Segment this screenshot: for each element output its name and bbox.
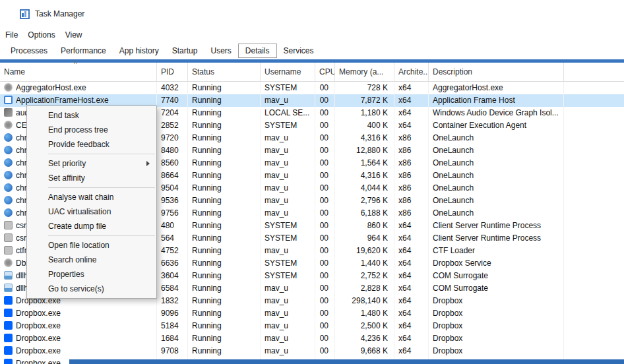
column-header-arch[interactable]: Archite... xyxy=(394,63,429,81)
cell-username: mav_u xyxy=(261,295,315,307)
cell-status: Running xyxy=(188,157,261,169)
cell-cpu: 00 xyxy=(315,107,335,119)
tab-performance[interactable]: Performance xyxy=(54,44,113,57)
process-icon xyxy=(4,121,13,129)
cell-cpu: 00 xyxy=(315,257,335,270)
cell-arch: x64 xyxy=(394,245,429,257)
menu-separator xyxy=(48,235,155,236)
process-name: Dropbox.exe xyxy=(16,321,61,330)
cell-status: Running xyxy=(188,119,261,132)
menu-item-search-online[interactable]: Search online xyxy=(27,253,156,267)
cell-cpu: 00 xyxy=(315,195,335,207)
process-icon xyxy=(4,334,13,342)
menu-item-open-file-location[interactable]: Open file location xyxy=(27,238,156,253)
process-icon xyxy=(4,208,13,217)
cell-description: COM Surrogate xyxy=(429,282,564,295)
column-header-username[interactable]: Username xyxy=(261,63,315,81)
process-icon xyxy=(4,359,13,364)
cell-status: Running xyxy=(188,195,261,207)
cell-description: COM Surrogate xyxy=(429,270,564,282)
cell-memory: 1,180 K xyxy=(335,107,394,119)
menu-view[interactable]: View xyxy=(65,30,82,40)
menu-separator xyxy=(48,187,155,188)
cell-username: mav_u xyxy=(261,157,315,169)
cell-username: mav_u xyxy=(261,307,315,320)
cell-cpu: 00 xyxy=(315,144,335,157)
column-header-cpu[interactable]: CPU xyxy=(315,63,335,81)
tab-users[interactable]: Users xyxy=(204,44,237,57)
menu-item-set-priority[interactable]: Set priority xyxy=(27,156,156,171)
cell-name: Dropbox.exe xyxy=(0,332,157,345)
menu-item-uac-virtualisation[interactable]: UAC virtualisation xyxy=(27,204,156,219)
tab-details[interactable]: Details xyxy=(238,44,277,58)
cell-username: mav_u xyxy=(261,182,315,195)
window-title: Task Manager xyxy=(35,9,84,18)
cell-pid: 9504 xyxy=(157,182,188,195)
menu-item-analyse-wait-chain[interactable]: Analyse wait chain xyxy=(27,190,156,204)
cell-cpu: 00 xyxy=(315,157,335,169)
table-row[interactable]: AggregatorHost.exe4032RunningSYSTEM00728… xyxy=(0,82,624,94)
column-header-status[interactable]: Status xyxy=(188,63,261,81)
tab-services[interactable]: Services xyxy=(277,44,321,57)
cell-name: AggregatorHost.exe xyxy=(0,82,157,94)
cell-cpu: 00 xyxy=(315,307,335,320)
process-icon xyxy=(4,108,13,117)
cell-status: Running xyxy=(188,232,261,245)
cell-arch: x86 xyxy=(394,182,429,195)
cell-description: Client Server Runtime Process xyxy=(429,220,564,232)
cell-username: mav_u xyxy=(261,169,315,182)
cell-memory: 7,872 K xyxy=(335,94,394,107)
tab-app-history[interactable]: App history xyxy=(113,44,166,57)
cell-cpu: 00 xyxy=(315,119,335,132)
menu-options[interactable]: Options xyxy=(28,30,55,40)
cell-description: Client Server Runtime Process xyxy=(429,232,564,245)
column-header-pid[interactable]: PID xyxy=(157,63,188,81)
process-name: Dropbox.exe xyxy=(16,309,61,318)
menu-item-end-task[interactable]: End task xyxy=(27,108,156,123)
process-name: Dropbox.exe xyxy=(16,359,61,364)
cell-description: Dropbox xyxy=(429,307,564,320)
cell-memory: 4,044 K xyxy=(335,182,394,195)
cell-cpu: 00 xyxy=(315,82,335,94)
column-header-name[interactable]: Name xyxy=(0,63,157,81)
column-header-description[interactable]: Description xyxy=(429,63,564,81)
menu-bar: FileOptionsView xyxy=(0,28,624,42)
cell-pid: 9536 xyxy=(157,195,188,207)
tab-startup[interactable]: Startup xyxy=(166,44,204,57)
process-name: Dropbox.exe xyxy=(16,346,61,355)
cell-pid: 5184 xyxy=(157,320,188,332)
table-row[interactable]: Dropbox.exe9708Runningmav_u009,668 Kx64D… xyxy=(0,345,624,357)
menu-item-create-dump-file[interactable]: Create dump file xyxy=(27,219,156,233)
cell-pid: 3604 xyxy=(157,270,188,282)
cell-status: Running xyxy=(188,270,261,282)
menu-file[interactable]: File xyxy=(5,30,18,40)
cell-status: Running xyxy=(188,295,261,307)
cell-memory: 9,668 K xyxy=(335,345,394,357)
cell-arch: x64 xyxy=(394,232,429,245)
menu-item-go-to-service-s[interactable]: Go to service(s) xyxy=(27,282,156,296)
cell-memory: 964 K xyxy=(335,232,394,245)
cell-status: Running xyxy=(188,245,261,257)
menu-item-end-process-tree[interactable]: End process tree xyxy=(27,123,156,137)
cell-arch: x64 xyxy=(394,320,429,332)
process-icon xyxy=(4,158,13,167)
tab-processes[interactable]: Processes xyxy=(4,44,54,57)
cell-pid: 1832 xyxy=(157,295,188,307)
process-name: ApplicationFrameHost.exe xyxy=(16,96,109,105)
menu-item-provide-feedback[interactable]: Provide feedback xyxy=(27,137,156,152)
table-row[interactable]: Dropbox.exe9096Runningmav_u001,480 Kx64D… xyxy=(0,307,624,320)
menu-item-set-affinity[interactable]: Set affinity xyxy=(27,171,156,185)
process-icon xyxy=(4,233,13,242)
process-icon xyxy=(4,133,13,142)
table-row[interactable]: Dropbox.exe1684Runningmav_u004,236 Kx64D… xyxy=(0,332,624,345)
table-row[interactable]: Dropbox.exe5184Runningmav_u002,500 Kx64D… xyxy=(0,320,624,332)
background-window-strip xyxy=(69,359,624,364)
column-header-memory[interactable]: Memory (a... xyxy=(335,63,394,81)
process-icon xyxy=(4,346,13,355)
cell-memory: 19,620 K xyxy=(335,245,394,257)
cell-pid: 564 xyxy=(157,232,188,245)
cell-arch: x64 xyxy=(394,295,429,307)
cell-arch: x64 xyxy=(394,332,429,345)
menu-item-properties[interactable]: Properties xyxy=(27,267,156,282)
cell-status: Running xyxy=(188,132,261,144)
